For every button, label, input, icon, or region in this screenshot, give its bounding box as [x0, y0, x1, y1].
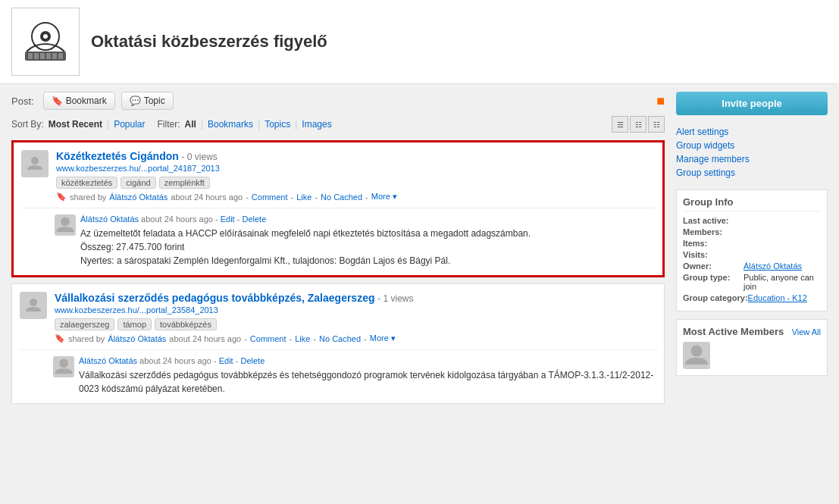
comment-avatar-1: [55, 214, 76, 236]
feed-tags-2: zalaegerszeg támop továbbképzés: [55, 318, 656, 330]
group-settings-link[interactable]: Group settings: [676, 167, 828, 178]
svg-point-13: [59, 359, 68, 368]
shared-by-link-2[interactable]: Álátszó Oktatás: [108, 334, 166, 343]
rss-icon[interactable]: ■: [656, 93, 665, 109]
manage-members-link[interactable]: Manage members: [676, 154, 828, 164]
comment-block-2: Álátszó Oktatás about 24 hours ago - Edi…: [20, 349, 656, 396]
nocached-link-2[interactable]: No Cached: [319, 334, 361, 343]
like-link-1[interactable]: Like: [296, 193, 311, 202]
feed-url-1[interactable]: www.kozbeszerzes.hu/...portal_24187_2013: [56, 164, 220, 173]
most-active-title: Most Active Members: [683, 326, 784, 337]
comment-meta-2: Álátszó Oktatás about 24 hours ago - Edi…: [79, 356, 656, 365]
comment-link-1[interactable]: Comment: [252, 193, 288, 202]
svg-rect-9: [58, 53, 63, 59]
topic-button[interactable]: 💬 Topic: [121, 92, 174, 110]
comment-link-2[interactable]: Comment: [250, 334, 286, 343]
owner-link[interactable]: Álátszó Oktatás: [744, 261, 802, 271]
more-link-1[interactable]: More ▾: [371, 192, 397, 202]
feed-meta-2: 🔖 shared by Álátszó Oktatás about 24 hou…: [55, 333, 656, 343]
grid-view-icon[interactable]: ☷: [648, 116, 665, 133]
tag-cigand[interactable]: cigánd: [121, 177, 155, 189]
feed-title-1[interactable]: Közétkeztetés Cigándon: [56, 150, 179, 162]
topic-icon: 💬: [130, 95, 141, 106]
svg-rect-4: [28, 53, 33, 59]
svg-rect-7: [46, 53, 51, 59]
svg-point-2: [43, 34, 48, 39]
most-active-box: Most Active Members View All: [676, 319, 828, 376]
avatar-1: [21, 150, 49, 177]
content-column: Post: 🔖 Bookmark 💬 Topic ■ Sort By: Most…: [11, 92, 665, 496]
svg-rect-5: [34, 53, 39, 59]
invite-people-button[interactable]: Invite people: [676, 92, 828, 115]
compact-view-icon[interactable]: ☷: [630, 116, 646, 133]
shared-icon-2: 🔖: [55, 333, 65, 343]
alert-settings-link[interactable]: Alert settings: [676, 127, 828, 137]
edit-link-1[interactable]: Edit: [221, 214, 235, 224]
comment-avatar-2: [53, 356, 74, 377]
feed-views-1: - 0 views: [181, 152, 217, 162]
tag-zalaegerszeg[interactable]: zalaegerszeg: [55, 318, 114, 330]
shared-by-link-1[interactable]: Álátszó Oktatás: [109, 193, 167, 202]
list-view-icon[interactable]: ☰: [612, 116, 628, 133]
comment-text-2: Vállalkozási szerződés pedagógus továbbk…: [79, 368, 656, 396]
tag-kozetkeztetes[interactable]: közétkeztetés: [56, 177, 117, 189]
sidebar: Invite people Alert settings Group widge…: [676, 92, 828, 496]
filter-bar: Sort By: Most Recent | Popular Filter: A…: [11, 116, 665, 133]
comment-block-1: Álátszó Oktatás about 24 hours ago - Edi…: [21, 208, 655, 268]
tag-tamop[interactable]: támop: [117, 318, 152, 330]
member-avatar-1: [683, 342, 710, 369]
bookmark-icon: 🔖: [52, 95, 63, 106]
filter-topics[interactable]: Topics: [265, 119, 290, 130]
delete-link-2[interactable]: Delete: [240, 356, 265, 365]
svg-point-11: [61, 218, 70, 227]
svg-point-12: [30, 299, 37, 306]
nocached-link-1[interactable]: No Cached: [321, 193, 362, 202]
comment-author-link-1[interactable]: Álátszó Oktatás: [80, 214, 139, 224]
view-all-link[interactable]: View All: [792, 327, 821, 337]
sort-most-recent[interactable]: Most Recent: [49, 119, 102, 130]
info-items: Items:: [683, 239, 821, 248]
comment-author-link-2[interactable]: Álátszó Oktatás: [79, 356, 137, 365]
feed-item-2: Vállalkozási szerződés pedagógus továbbk…: [11, 283, 665, 404]
post-bar: Post: 🔖 Bookmark 💬 Topic ■: [11, 92, 665, 110]
group-info-box: Group Info Last active: Members: Items: …: [676, 189, 828, 311]
avatar-2: [20, 292, 47, 319]
category-link[interactable]: Education - K12: [748, 293, 807, 302]
like-link-2[interactable]: Like: [295, 334, 310, 343]
info-group-type: Group type: Public, anyone can join: [683, 273, 821, 291]
svg-rect-6: [40, 53, 45, 59]
filter-label: Filter:: [158, 119, 180, 130]
sidebar-links: Alert settings Group widgets Manage memb…: [676, 127, 828, 178]
edit-link-2[interactable]: Edit: [219, 356, 233, 365]
info-owner: Owner: Álátszó Oktatás: [683, 261, 821, 271]
feed-item-1: Közétkeztetés Cigándon - 0 views www.koz…: [11, 140, 665, 277]
filter-bookmarks[interactable]: Bookmarks: [208, 119, 253, 130]
sort-label: Sort By:: [11, 119, 44, 130]
sort-popular[interactable]: Popular: [114, 119, 145, 130]
feed-views-2: - 1 views: [377, 293, 413, 304]
tag-tovabbkepzes[interactable]: továbbképzés: [155, 318, 217, 330]
group-widgets-link[interactable]: Group widgets: [676, 140, 828, 151]
info-visits: Visits:: [683, 250, 821, 259]
filter-all[interactable]: All: [185, 119, 196, 130]
delete-link-1[interactable]: Delete: [242, 214, 266, 224]
view-icons: ☰ ☷ ☷: [612, 116, 665, 133]
shared-icon: 🔖: [56, 192, 67, 202]
filter-images[interactable]: Images: [302, 119, 331, 130]
svg-rect-8: [52, 53, 57, 59]
group-info-title: Group Info: [683, 196, 821, 211]
feed-tags-1: közétkeztetés cigánd zemplénkft: [56, 177, 655, 189]
feed-url-2[interactable]: www.kozbeszerzes.hu/...portal_23584_2013: [55, 305, 218, 315]
tag-zemplenkft[interactable]: zemplénkft: [159, 177, 210, 189]
group-title: Oktatási közbeszerzés figyelő: [91, 32, 327, 52]
header: Oktatási közbeszerzés figyelő: [0, 0, 839, 84]
feed-title-2[interactable]: Vállalkozási szerződés pedagógus továbbk…: [55, 292, 375, 304]
svg-point-10: [31, 157, 39, 164]
bookmark-button[interactable]: 🔖 Bookmark: [43, 92, 115, 110]
more-link-2[interactable]: More ▾: [370, 333, 396, 343]
feed-meta-1: 🔖 shared by Álátszó Oktatás about 24 hou…: [56, 192, 655, 202]
info-last-active: Last active:: [683, 216, 821, 225]
info-members: Members:: [683, 227, 821, 236]
comment-meta-1: Álátszó Oktatás about 24 hours ago - Edi…: [80, 214, 655, 224]
svg-point-14: [691, 346, 703, 357]
